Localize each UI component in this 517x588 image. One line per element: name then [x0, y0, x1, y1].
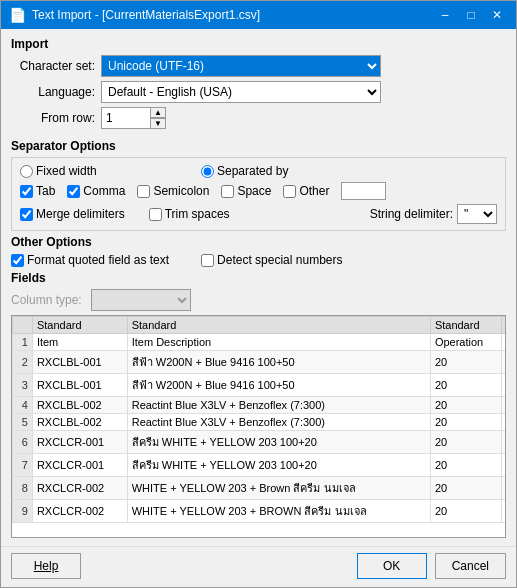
window-icon: 📄	[9, 7, 26, 23]
maximize-button[interactable]: □	[460, 6, 482, 24]
table-row: 3RXCLBL-001สีฟ้า W200N + Blue 9416 100+5…	[13, 374, 507, 397]
language-row: Language: Default - English (USA)	[11, 81, 506, 103]
import-section-title: Import	[11, 37, 506, 51]
language-select[interactable]: Default - English (USA)	[101, 81, 381, 103]
other-options-section: Other Options Format quoted field as tex…	[11, 235, 506, 267]
ok-button[interactable]: OK	[357, 553, 427, 579]
other-input[interactable]	[341, 182, 386, 200]
string-delim-select[interactable]: "	[457, 204, 497, 224]
tab-label: Tab	[36, 184, 55, 198]
from-row-input[interactable]: 1	[101, 107, 151, 129]
tab-checkbox[interactable]	[20, 185, 33, 198]
from-row-spinner: 1 ▲ ▼	[101, 107, 166, 129]
format-quoted-checkbox[interactable]	[11, 254, 24, 267]
string-delimiter-area: String delimiter: "	[370, 204, 497, 224]
other-checkbox[interactable]	[283, 185, 296, 198]
trim-label: Trim spaces	[165, 207, 230, 221]
bottom-bar: Help OK Cancel	[1, 546, 516, 587]
separator-options-inner: Fixed width Separated by Tab	[20, 164, 497, 224]
col-header-3: Standard	[430, 317, 501, 334]
cancel-button[interactable]: Cancel	[435, 553, 506, 579]
separator-options-box: Fixed width Separated by Tab	[11, 157, 506, 231]
ok-cancel-area: OK Cancel	[357, 553, 506, 579]
other-options-row: Format quoted field as text Detect speci…	[11, 253, 506, 267]
fields-section: Fields Column type: Standard Standard St…	[11, 271, 506, 538]
table-header-row: Standard Standard Standard Standard Sta.…	[13, 317, 507, 334]
from-row-label: From row:	[11, 111, 101, 125]
column-type-select[interactable]	[91, 289, 191, 311]
semicolon-label: Semicolon	[153, 184, 209, 198]
table-row: 4RXCLBL-002Reactint Blue X3LV + Benzofle…	[13, 397, 507, 414]
help-button[interactable]: Help	[11, 553, 81, 579]
table-row: 8RXCLCR-002WHITE + YELLOW 203 + Brown สี…	[13, 477, 507, 500]
other-checkbox-item[interactable]: Other	[283, 184, 329, 198]
semicolon-checkbox-item[interactable]: Semicolon	[137, 184, 209, 198]
fixed-width-label: Fixed width	[36, 164, 97, 178]
table-row: 2RXCLBL-001สีฟ้า W200N + Blue 9416 100+5…	[13, 351, 507, 374]
space-checkbox-item[interactable]: Space	[221, 184, 271, 198]
table-row: 6RXCLCR-001สีครีม WHITE + YELLOW 203 100…	[13, 431, 507, 454]
fields-title: Fields	[11, 271, 506, 285]
trim-checkbox[interactable]	[149, 208, 162, 221]
spinner-down[interactable]: ▼	[150, 118, 166, 129]
character-set-select[interactable]: Unicode (UTF-16)	[101, 55, 381, 77]
minimize-button[interactable]: –	[434, 6, 456, 24]
separated-by-radio[interactable]	[201, 165, 214, 178]
comma-label: Comma	[83, 184, 125, 198]
language-label: Language:	[11, 85, 101, 99]
tab-checkbox-item[interactable]: Tab	[20, 184, 55, 198]
merge-delimiters-item[interactable]: Merge delimiters	[20, 207, 125, 221]
detect-special-item[interactable]: Detect special numbers	[201, 253, 342, 267]
table-row: 7RXCLCR-001สีครีม WHITE + YELLOW 203 100…	[13, 454, 507, 477]
character-set-row: Character set: Unicode (UTF-16)	[11, 55, 506, 77]
separated-by-radio-item[interactable]: Separated by	[201, 164, 288, 178]
main-window: 📄 Text Import - [CurrentMaterialsExport1…	[0, 0, 517, 588]
comma-checkbox[interactable]	[67, 185, 80, 198]
fields-table-container[interactable]: Standard Standard Standard Standard Sta.…	[11, 315, 506, 538]
col-header-4: Standard	[502, 317, 506, 334]
trim-spaces-item[interactable]: Trim spaces	[149, 207, 230, 221]
table-row: 9RXCLCR-002WHITE + YELLOW 203 + BROWN สี…	[13, 500, 507, 523]
col-header-1: Standard	[32, 317, 127, 334]
col-header-2: Standard	[127, 317, 430, 334]
merge-label: Merge delimiters	[36, 207, 125, 221]
spinner-up[interactable]: ▲	[150, 107, 166, 118]
separated-by-label: Separated by	[217, 164, 288, 178]
merge-trim-delim-row: Merge delimiters Trim spaces String deli…	[20, 204, 497, 224]
other-options-title: Other Options	[11, 235, 506, 249]
close-button[interactable]: ✕	[486, 6, 508, 24]
radio-row: Fixed width Separated by	[20, 164, 497, 178]
window-title: Text Import - [CurrentMaterialsExport1.c…	[32, 8, 434, 22]
format-quoted-item[interactable]: Format quoted field as text	[11, 253, 169, 267]
separator-section-title: Separator Options	[11, 139, 506, 153]
format-quoted-label: Format quoted field as text	[27, 253, 169, 267]
spinner-buttons: ▲ ▼	[150, 107, 166, 129]
other-label: Other	[299, 184, 329, 198]
title-bar: 📄 Text Import - [CurrentMaterialsExport1…	[1, 1, 516, 29]
fields-table: Standard Standard Standard Standard Sta.…	[12, 316, 506, 523]
merge-trim-row: Merge delimiters Trim spaces	[20, 207, 230, 221]
fixed-width-radio-item[interactable]: Fixed width	[20, 164, 97, 178]
detect-special-checkbox[interactable]	[201, 254, 214, 267]
checkbox-items-row: Tab Comma Semicolon Space	[20, 182, 497, 200]
column-type-label: Column type:	[11, 293, 91, 307]
table-row: 5RXCLBL-002Reactint Blue X3LV + Benzofle…	[13, 414, 507, 431]
from-row-row: From row: 1 ▲ ▼	[11, 107, 506, 129]
detect-special-label: Detect special numbers	[217, 253, 342, 267]
dialog-content: Import Character set: Unicode (UTF-16) L…	[1, 29, 516, 546]
merge-checkbox[interactable]	[20, 208, 33, 221]
space-label: Space	[237, 184, 271, 198]
table-body: 1ItemItem DescriptionOperationWC2RXCLBL-…	[13, 334, 507, 523]
fixed-width-radio[interactable]	[20, 165, 33, 178]
comma-checkbox-item[interactable]: Comma	[67, 184, 125, 198]
col-header-num	[13, 317, 33, 334]
semicolon-checkbox[interactable]	[137, 185, 150, 198]
title-bar-buttons: – □ ✕	[434, 6, 508, 24]
string-delim-label: String delimiter:	[370, 207, 453, 221]
column-type-row: Column type:	[11, 289, 506, 311]
table-row: 1ItemItem DescriptionOperationWC	[13, 334, 507, 351]
space-checkbox[interactable]	[221, 185, 234, 198]
character-set-label: Character set:	[11, 59, 101, 73]
